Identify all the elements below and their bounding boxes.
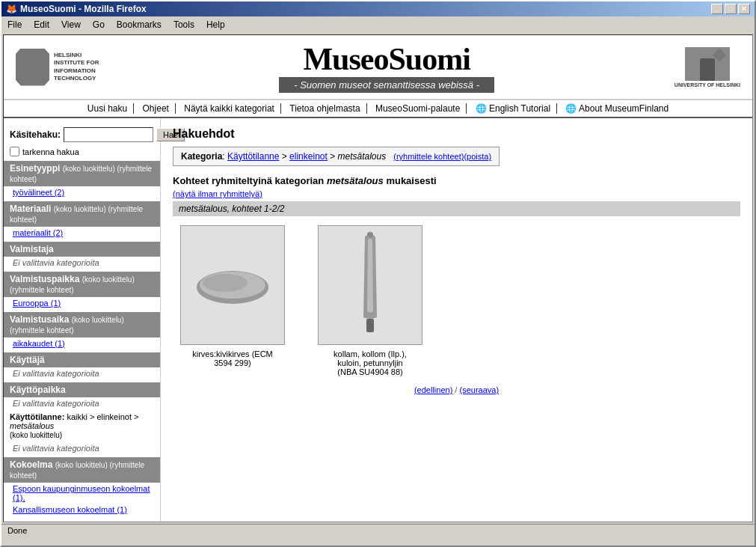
sidebar-valmistusaika-item: aikakaudet (1) [4, 337, 160, 349]
menu-help[interactable]: Help [200, 18, 231, 31]
menu-go[interactable]: Go [87, 18, 111, 31]
menu-bookmarks[interactable]: Bookmarks [111, 18, 168, 31]
menu-file[interactable]: File [1, 18, 28, 31]
hiit-icon [16, 49, 49, 86]
category-kayttotilanne-link[interactable]: Käyttötilanne [227, 151, 279, 162]
refine-label: tarkenna hakua [22, 147, 79, 156]
sidebar-materiaali-item: materiaalit (2) [4, 227, 160, 239]
close-button[interactable]: ✕ [738, 4, 750, 14]
sidebar-valmistusaika-header: Valmistusaika (koko luokittelu) (ryhmitt… [4, 312, 160, 337]
menu-view[interactable]: View [55, 18, 87, 31]
search-label: Käsitehaku: [10, 129, 61, 140]
hiit-text: HELSINKI INSTITUTE FOR INFORMATION TECHN… [54, 52, 99, 83]
item-image-2[interactable] [318, 225, 422, 345]
valmistusaika-link[interactable]: aikakaudet (1) [13, 339, 65, 348]
sidebar-kayttopaikka-header: Käyttöpaikka [4, 382, 160, 397]
refine-checkbox[interactable] [10, 147, 19, 156]
content-area: Hakuehdot Kategoria: Käyttötilanne > eli… [161, 118, 752, 522]
refine-row: tarkenna hakua [4, 145, 160, 158]
nav-about[interactable]: 🌐 About MuseumFinland [559, 103, 674, 114]
kokoelma-espoo-link[interactable]: Espoon kaupunginmuseon kokoelmat (1), [13, 484, 150, 502]
menu-tools[interactable]: Tools [168, 18, 200, 31]
results-heading: Kohteet ryhmiteltyinä kategorian metsäta… [173, 175, 740, 186]
valmistuspaikka-link[interactable]: Eurooppa (1) [13, 299, 61, 308]
category-box: Kategoria: Käyttötilanne > elinkeinot > … [173, 147, 500, 166]
search-row: Käsitehaku: Hae [4, 124, 160, 145]
kayttotilanne-elinkeinot-link[interactable]: elinkeinot [96, 412, 131, 421]
site-title: MuseoSuomi - Suomen museot semanttisessa… [99, 41, 674, 93]
items-grid: kirves:kivikirves (ECM3594 299) [173, 225, 740, 376]
nav-palaute[interactable]: MuseoSuomi-palaute [369, 103, 467, 114]
sidebar-materiaali-header: Materiaali (koko luokittelu) (ryhmittele… [4, 201, 160, 227]
hiit-logo: HELSINKI INSTITUTE FOR INFORMATION TECHN… [16, 49, 99, 86]
category-elinkeinot-link[interactable]: elinkeinot [289, 151, 328, 162]
uh-label: UNIVERSITY OF HELSINKI [674, 82, 740, 88]
result-info-bar: metsätalous, kohteet 1-2/2 [173, 201, 740, 216]
search-input[interactable] [64, 127, 153, 142]
category-ryhmittele-link[interactable]: (ryhmittele kohteet) [393, 152, 464, 161]
site-subtitle: - Suomen museot semanttisessa webissä - [279, 77, 494, 93]
show-without-link[interactable]: (näytä ilman ryhmittelyä) [173, 189, 262, 198]
sidebar-valmistaja-header: Valmistaja [4, 242, 160, 257]
sidebar-kayttaja-header: Käyttäjä [4, 352, 160, 367]
axe-svg [191, 259, 274, 311]
item-card-2: kollam, kollom (Ilp.),kuloin, petunnylji… [310, 225, 430, 376]
minimize-button[interactable]: _ [711, 4, 723, 14]
sidebar-kokoelma-item1: Espoon kaupunginmuseon kokoelmat (1), [4, 483, 160, 504]
sidebar: Käsitehaku: Hae tarkenna hakua Esinetyyp… [4, 118, 161, 522]
menu-bar: File Edit View Go Bookmarks Tools Help [1, 16, 755, 33]
nav-kaikki-kategoriat[interactable]: Näytä kaikki kategoriat [178, 103, 281, 114]
sidebar-valmistuspaikka-header: Valmistuspaikka (koko luokittelu) (ryhmi… [4, 272, 160, 297]
pagination-next-link[interactable]: (seuraava) [459, 385, 499, 394]
svg-point-2 [203, 274, 248, 292]
uh-icon [685, 47, 730, 81]
maximize-button[interactable]: □ [725, 4, 737, 14]
kokoelma-kansallis-link[interactable]: Kansallismuseon kokoelmat (1) [13, 505, 127, 514]
sidebar-kokoelma-header: Kokoelma (koko luokittelu) (ryhmittele k… [4, 457, 160, 483]
sidebar-esinetyyppi-header: Esinetyyppi (koko luokittelu) (ryhmittel… [4, 161, 160, 186]
sidebar-valmistuspaikka-item: Eurooppa (1) [4, 297, 160, 309]
status-text: Done [7, 526, 27, 535]
item-label-2: kollam, kollom (Ilp.),kuloin, petunnylji… [310, 349, 430, 376]
svg-rect-3 [366, 319, 374, 332]
uh-logo: UNIVERSITY OF HELSINKI [674, 47, 740, 88]
sidebar-valmistaja-nocat: Ei valittavia kategorioita [4, 257, 160, 269]
svg-point-4 [367, 232, 373, 238]
browser-icon: 🦊 [6, 4, 17, 14]
site-name: MuseoSuomi [99, 41, 674, 77]
pagination-prev-link[interactable]: (edellinen) [414, 385, 452, 394]
sidebar-kokoelma-item2: Kansallismuseon kokoelmat (1) [4, 504, 160, 516]
knife-svg [351, 229, 389, 341]
sidebar-kayttopaikka-nocat: Ei valittavia kategorioita [4, 397, 160, 409]
site-header: HELSINKI INSTITUTE FOR INFORMATION TECHN… [4, 35, 752, 100]
hakuehdot-title: Hakuehdot [173, 127, 740, 141]
nav-ohjeet[interactable]: Ohjeet [137, 103, 176, 114]
pagination-center: (edellinen) / (seuraava) [173, 385, 740, 394]
nav-english-tutorial[interactable]: 🌐 English Tutorial [470, 103, 557, 114]
materiaali-link[interactable]: materiaalit (2) [13, 228, 63, 237]
item-label-1: kirves:kivikirves (ECM3594 299) [173, 349, 292, 367]
sidebar-esinetyyppi-item: työvälineet (2) [4, 186, 160, 198]
category-poista-link[interactable]: (poista) [464, 152, 491, 161]
show-without-grouping: (näytä ilman ryhmittelyä) [173, 189, 740, 198]
sidebar-kayttotilanne: Käyttötilanne: kaikki > elinkeinot > met… [4, 409, 160, 442]
item-image-1[interactable] [180, 225, 285, 345]
item-card-1: kirves:kivikirves (ECM3594 299) [173, 225, 292, 376]
nav-tietoa[interactable]: Tietoa ohjelmasta [283, 103, 366, 114]
esinetyyppi-tyovalineet-link[interactable]: työvälineet (2) [13, 188, 64, 197]
window-title: MuseoSuomi - Mozilla Firefox [20, 4, 147, 14]
nav-uusi-haku[interactable]: Uusi haku [82, 103, 134, 114]
menu-edit[interactable]: Edit [28, 18, 55, 31]
sidebar-kayttaja-nocat: Ei valittavia kategorioita [4, 367, 160, 379]
kayttotilanne-kaikki-link[interactable]: kaikki [67, 412, 87, 421]
sidebar-kayttotilanne-nocat: Ei valittavia kategorioita [4, 442, 160, 454]
status-bar: Done [1, 524, 755, 537]
title-bar: 🦊 MuseoSuomi - Mozilla Firefox _ □ ✕ [1, 1, 755, 16]
nav-bar: Uusi haku Ohjeet Näytä kaikki kategoriat… [4, 100, 752, 118]
